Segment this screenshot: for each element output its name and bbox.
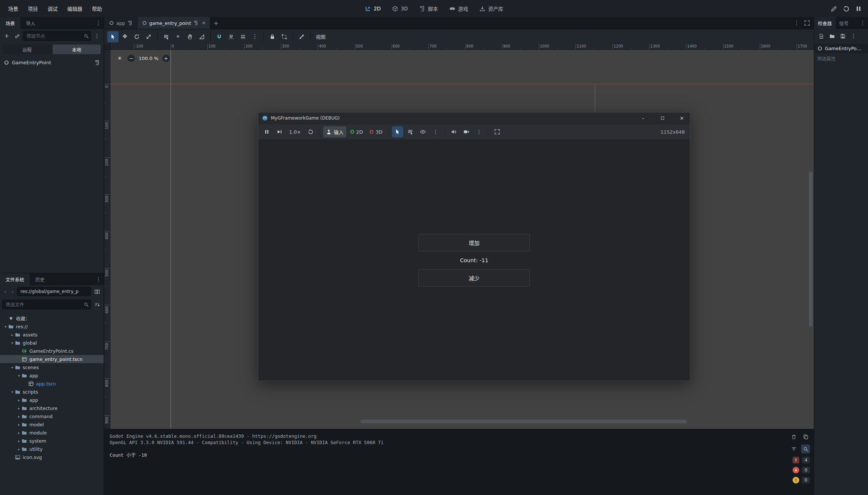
group-selected-button[interactable] <box>279 31 290 42</box>
file-tree-item[interactable]: ▾res:// <box>0 322 104 330</box>
back-button[interactable]: ‹ <box>2 289 8 294</box>
list-mode-button[interactable] <box>405 126 416 137</box>
file-tree-item[interactable]: ▸module <box>0 429 104 437</box>
file-tree-item[interactable]: ▸command <box>0 412 104 420</box>
pivot-tool[interactable]: ⌖ <box>172 31 184 42</box>
script-icon[interactable] <box>94 60 100 65</box>
smart-snap-toggle[interactable] <box>214 31 225 42</box>
workspace-game[interactable]: 游戏 <box>445 3 473 14</box>
file-tree-item[interactable]: C#GameEntryPoint.cs <box>0 347 104 355</box>
camera-override-toggle[interactable] <box>461 126 472 137</box>
scene-tree-node[interactable]: GameEntryPoint <box>0 57 104 68</box>
inspected-node-row[interactable]: GameEntryPoint <box>814 44 868 53</box>
visibility-menu-button[interactable] <box>417 126 428 137</box>
property-filter-input[interactable] <box>817 56 865 62</box>
help-menu[interactable]: 帮助 <box>88 3 107 14</box>
ruler-tool[interactable] <box>196 31 207 42</box>
scene-tab-app[interactable]: app <box>104 17 137 29</box>
scene-tree-menu-button[interactable]: ⋮ <box>93 32 101 40</box>
grid-snap-toggle[interactable] <box>226 31 237 42</box>
file-tree-item[interactable]: ▸app <box>0 396 104 404</box>
file-tree-item[interactable]: app.tscn <box>0 380 104 388</box>
skeleton-options-button[interactable] <box>296 31 307 42</box>
workspace-3d[interactable]: 3D <box>388 3 412 14</box>
pause-button[interactable] <box>261 126 272 137</box>
move-tool[interactable]: ✥ <box>119 31 130 42</box>
reset-button[interactable] <box>305 126 316 137</box>
decrease-button[interactable]: 减少 <box>418 269 530 287</box>
clear-output-button[interactable] <box>789 432 798 441</box>
close-tab-icon[interactable]: ✕ <box>202 20 205 26</box>
copy-output-button[interactable] <box>801 432 810 441</box>
pan-tool[interactable] <box>184 31 195 42</box>
search-output-button[interactable] <box>801 444 810 453</box>
game-window-titlebar[interactable]: MyGFrameworkGame (DEBUG) – ✕ <box>258 113 690 124</box>
center-view-button[interactable]: ✳ <box>116 54 124 62</box>
zoom-in-button[interactable]: + <box>162 54 170 62</box>
editor-menu[interactable]: 编辑器 <box>63 3 87 14</box>
file-tree-item[interactable]: icon.svg <box>0 453 104 461</box>
tab-scene[interactable]: 场景 <box>0 17 20 29</box>
zoom-out-button[interactable]: − <box>127 54 135 62</box>
new-scene-tab-button[interactable]: + <box>210 17 221 29</box>
file-tree-item[interactable]: ▸model <box>0 420 104 429</box>
file-tree-item[interactable]: ▾app <box>0 371 104 380</box>
view-menu[interactable]: 视图 <box>314 31 328 42</box>
tab-signals[interactable]: 信号 <box>836 17 852 29</box>
file-tree-item[interactable]: ▾scenes <box>0 363 104 371</box>
scene-tabs-menu-button[interactable]: ⋮ <box>794 20 800 26</box>
speed-select[interactable]: 1.0× <box>286 126 304 137</box>
scene-menu[interactable]: 场景 <box>4 3 23 14</box>
tab-inspector[interactable]: 检查器 <box>814 17 836 29</box>
tab-history[interactable]: 历史 <box>30 273 50 285</box>
embed-fullscreen-toggle[interactable] <box>492 126 503 137</box>
vertical-scrollbar[interactable] <box>809 172 813 327</box>
filesystem-dock-menu-button[interactable]: ⋮ <box>93 273 104 285</box>
lock-selected-button[interactable] <box>267 31 278 42</box>
split-view-button[interactable] <box>93 287 101 296</box>
errors-filter[interactable]: ✕0 <box>783 467 810 473</box>
workspace-2d[interactable]: 2D <box>360 3 385 14</box>
remote-toggle[interactable]: 远程 <box>3 45 51 54</box>
mode-2d-toggle[interactable]: 2D <box>348 126 366 137</box>
load-resource-button[interactable] <box>828 32 836 40</box>
gui-menu-button[interactable]: ⋮ <box>430 126 441 137</box>
2d-viewport[interactable]: ✳ − 100.0 % + MyGFrameworkGame (DEBUG) –… <box>110 50 814 429</box>
project-menu[interactable]: 项目 <box>23 3 42 14</box>
warnings-filter[interactable]: !0 <box>783 477 810 483</box>
input-toggle[interactable]: 输入 <box>323 126 346 137</box>
workspace-assetlib[interactable]: 资产库 <box>475 3 508 14</box>
scene-filter-input[interactable] <box>23 31 91 41</box>
forward-button[interactable]: › <box>10 289 16 294</box>
sort-button[interactable] <box>93 300 101 309</box>
snap-options-button[interactable] <box>237 31 249 42</box>
path-input[interactable] <box>17 287 91 296</box>
minimize-button[interactable]: – <box>635 113 651 124</box>
file-tree-item[interactable]: ▸system <box>0 437 104 445</box>
inspector-dock-menu-button[interactable]: ⋮ <box>858 17 868 29</box>
file-filter-input[interactable] <box>2 300 91 309</box>
file-tree-item[interactable]: ★收藏： <box>0 314 104 322</box>
filter-output-button[interactable] <box>789 444 798 453</box>
select-tool[interactable] <box>107 31 119 42</box>
audio-toggle[interactable] <box>448 126 459 137</box>
tab-filesystem[interactable]: 文件系统 <box>0 273 30 285</box>
snap-menu-button[interactable]: ⋮ <box>249 31 260 42</box>
next-frame-button[interactable] <box>274 126 285 137</box>
file-tree-item[interactable]: ▾global <box>0 339 104 347</box>
rotate-tool[interactable] <box>131 31 142 42</box>
workspace-script[interactable]: 脚本 <box>415 3 443 14</box>
maximize-button[interactable] <box>654 113 671 124</box>
new-resource-button[interactable] <box>817 32 825 40</box>
select-mode-button[interactable] <box>392 126 403 137</box>
file-tree-item[interactable]: ▸architecture <box>0 404 104 412</box>
scene-tab-game-entry-point[interactable]: game_entry_point✕ <box>137 17 211 29</box>
file-tree-item[interactable]: ▸assets <box>0 330 104 339</box>
file-tree-item[interactable]: ▸utility <box>0 445 104 453</box>
list-select-tool[interactable] <box>161 31 172 42</box>
messages-filter[interactable]: !4 <box>783 457 810 463</box>
add-node-button[interactable]: + <box>2 32 11 40</box>
debug-menu[interactable]: 调试 <box>43 3 62 14</box>
mode-3d-toggle[interactable]: 3D <box>367 126 385 137</box>
save-resource-button[interactable] <box>839 32 847 40</box>
